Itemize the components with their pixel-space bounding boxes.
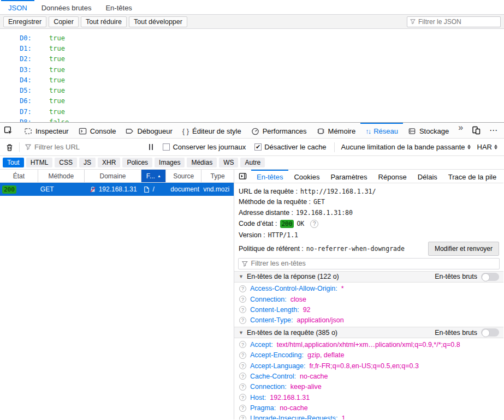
- help-icon[interactable]: ?: [239, 296, 246, 303]
- help-icon[interactable]: ?: [239, 306, 246, 313]
- json-filter-input[interactable]: [418, 18, 497, 26]
- raw-headers-toggle[interactable]: [481, 273, 499, 281]
- request-filter-button[interactable]: Tout: [3, 158, 24, 167]
- header-row[interactable]: ? Content-Length: 92: [234, 304, 503, 315]
- expand-all-button[interactable]: Tout développer: [129, 16, 187, 27]
- url-filter-box[interactable]: Filtrer les URL: [23, 143, 80, 151]
- json-entry-row[interactable]: D7: true: [0, 106, 504, 117]
- help-icon[interactable]: ?: [239, 362, 246, 369]
- tab-style-editor[interactable]: { } Éditeur de style: [177, 123, 246, 138]
- tab-json[interactable]: JSON: [1, 0, 34, 14]
- header-row[interactable]: ? Host: 192.168.1.31: [234, 392, 503, 403]
- detail-tab-cookies[interactable]: Cookies: [288, 170, 325, 183]
- pick-element-button[interactable]: [0, 123, 17, 138]
- har-select[interactable]: HAR: [474, 143, 501, 151]
- clear-requests-button[interactable]: [3, 143, 16, 152]
- overflow-tabs-button[interactable]: »: [454, 123, 467, 138]
- network-toolbar: Filtrer les URL Conserver les journaux ✔…: [0, 139, 504, 156]
- header-value: text/html,application/xhtml+xm…plication…: [277, 341, 460, 349]
- header-row[interactable]: ? Pragma: no-cache: [234, 403, 503, 413]
- request-filter-button[interactable]: JS: [79, 158, 96, 167]
- tab-storage[interactable]: Stockage: [403, 123, 454, 138]
- request-filter-button[interactable]: Autre: [240, 158, 265, 167]
- tab-network[interactable]: ↑↓ Réseau: [360, 123, 403, 138]
- raw-headers-toggle[interactable]: [481, 328, 499, 337]
- header-value: no-cache: [300, 373, 328, 380]
- help-icon[interactable]: ?: [239, 352, 246, 359]
- json-entry-row[interactable]: D6: true: [0, 96, 504, 106]
- request-filter-button[interactable]: Médias: [187, 158, 217, 167]
- headers-filter-input[interactable]: [251, 260, 496, 267]
- help-icon[interactable]: ?: [239, 285, 246, 292]
- help-icon[interactable]: ?: [239, 317, 246, 324]
- disable-cache-checkbox[interactable]: ✔ Désactiver le cache: [250, 143, 330, 151]
- header-row[interactable]: ? Connection: keep-alive: [234, 382, 503, 392]
- tab-memory[interactable]: Mémoire: [312, 123, 361, 138]
- devtools-menu-button[interactable]: ⋯: [485, 125, 502, 135]
- tab-label: Débogueur: [137, 127, 172, 135]
- column-header-file[interactable]: F...▲: [141, 170, 166, 182]
- help-icon[interactable]: ?: [239, 405, 246, 412]
- help-icon[interactable]: ?: [239, 383, 246, 391]
- help-icon[interactable]: ?: [239, 373, 246, 380]
- json-entry-row[interactable]: D1: true: [0, 43, 504, 53]
- response-headers-section[interactable]: ▼ En-têtes de la réponse (122 o) En-tête…: [234, 271, 503, 283]
- request-row-selected[interactable]: 200 GET 192.168.1.31 / document vnd.mozi: [0, 183, 234, 196]
- throttling-select[interactable]: Aucune limitation de la bande passante: [338, 143, 474, 151]
- help-icon[interactable]: ?: [239, 415, 246, 419]
- column-header-source[interactable]: Source: [166, 170, 201, 182]
- detail-tab-params[interactable]: Paramètres: [325, 170, 372, 183]
- detail-tab-timings[interactable]: Délais: [412, 170, 443, 183]
- request-filter-button[interactable]: Polices: [122, 158, 152, 167]
- summary-label: Version :: [239, 231, 265, 239]
- column-header-domain[interactable]: Domaine: [85, 170, 142, 182]
- tab-performance[interactable]: Performances: [246, 123, 312, 138]
- help-icon[interactable]: ?: [239, 394, 246, 401]
- help-icon[interactable]: ?: [310, 220, 318, 228]
- json-key: D7:: [20, 108, 49, 116]
- tab-console[interactable]: Console: [74, 123, 121, 138]
- tab-raw-data[interactable]: Données brutes: [34, 0, 99, 14]
- pause-traffic-button[interactable]: [144, 144, 158, 150]
- header-value: application/json: [297, 316, 344, 324]
- header-row[interactable]: ? Upgrade-Insecure-Requests: 1: [234, 413, 503, 419]
- request-headers-section[interactable]: ▼ En-têtes de la requête (385 o) En-tête…: [234, 327, 503, 338]
- sidebar-toggle-button[interactable]: [234, 170, 251, 183]
- header-row[interactable]: ? Connection: close: [234, 294, 503, 304]
- header-row[interactable]: ? Content-Type: application/json: [234, 315, 503, 326]
- json-entry-row[interactable]: D3: true: [0, 64, 504, 75]
- request-filter-button[interactable]: XHR: [98, 158, 120, 167]
- json-entry-row[interactable]: D0: true: [0, 33, 504, 43]
- select-arrows-icon: [494, 145, 497, 149]
- json-entry-row[interactable]: D2: true: [0, 54, 504, 64]
- header-row[interactable]: ? Accept: text/html,application/xhtml+xm…: [234, 339, 503, 350]
- column-header-type[interactable]: Type: [201, 170, 234, 182]
- header-row[interactable]: ? Accept-Encoding: gzip, deflate: [234, 350, 503, 360]
- request-filter-button[interactable]: CSS: [55, 158, 77, 167]
- tab-inspector[interactable]: Inspecteur: [19, 123, 74, 138]
- detail-tab-stacktrace[interactable]: Trace de la pile: [443, 170, 502, 183]
- save-button[interactable]: Enregistrer: [3, 16, 46, 27]
- tab-headers[interactable]: En-têtes: [98, 0, 139, 14]
- request-filter-button[interactable]: WS: [219, 158, 238, 167]
- copy-button[interactable]: Copier: [49, 16, 79, 27]
- summary-version-row: Version : HTTP/1.1: [239, 230, 499, 241]
- json-entry-row[interactable]: D4: true: [0, 75, 504, 85]
- column-header-status[interactable]: État: [0, 170, 38, 182]
- header-row[interactable]: ? Access-Control-Allow-Origin: *: [234, 284, 503, 294]
- responsive-design-button[interactable]: [467, 126, 485, 135]
- tab-debugger[interactable]: Débogueur: [121, 123, 177, 138]
- persist-logs-checkbox[interactable]: Conserver les journaux: [158, 143, 250, 151]
- help-icon[interactable]: ?: [239, 341, 246, 348]
- collapse-all-button[interactable]: Tout réduire: [81, 16, 127, 27]
- column-header-method[interactable]: Méthode: [38, 170, 85, 182]
- header-row[interactable]: ? Cache-Control: no-cache: [234, 371, 503, 381]
- edit-resend-button[interactable]: Modifier et renvoyer: [428, 242, 499, 256]
- request-filter-button[interactable]: Images: [155, 158, 185, 167]
- json-entry-row[interactable]: D5: true: [0, 85, 504, 95]
- detail-tab-headers[interactable]: En-têtes: [251, 170, 288, 183]
- json-entry-row[interactable]: D8: false: [0, 117, 504, 122]
- request-filter-button[interactable]: HTML: [26, 158, 53, 167]
- header-row[interactable]: ? Accept-Language: fr,fr-FR;q=0.8,en-US;…: [234, 361, 503, 371]
- detail-tab-response[interactable]: Réponse: [373, 170, 412, 183]
